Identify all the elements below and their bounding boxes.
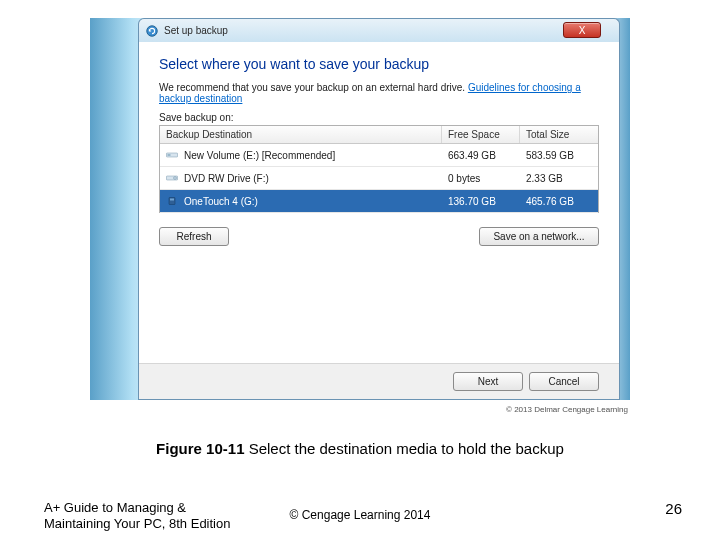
- row-name: OneTouch 4 (G:): [184, 192, 442, 211]
- window-area: Set up backup X Select where you want to…: [90, 10, 630, 400]
- cancel-button[interactable]: Cancel: [529, 372, 599, 391]
- row-total: 465.76 GB: [520, 192, 598, 211]
- figure-number: Figure 10-11: [156, 440, 244, 457]
- svg-rect-6: [170, 199, 174, 201]
- external-drive-icon: [160, 190, 184, 212]
- dialog-heading: Select where you want to save your backu…: [159, 56, 599, 72]
- button-row: Refresh Save on a network...: [159, 227, 599, 246]
- footer-buttons: Next Cancel: [453, 372, 599, 391]
- row-free: 0 bytes: [442, 169, 520, 188]
- dialog-body: Select where you want to save your backu…: [138, 42, 620, 400]
- row-total: 2.33 GB: [520, 169, 598, 188]
- table-header: Backup Destination Free Space Total Size: [160, 126, 598, 144]
- slide-copyright: © Cengage Learning 2014: [0, 508, 720, 522]
- col-destination[interactable]: Backup Destination: [160, 126, 442, 143]
- backup-icon: [145, 24, 159, 38]
- row-name: DVD RW Drive (F:): [184, 169, 442, 188]
- figure-caption: Figure 10-11 Select the destination medi…: [0, 440, 720, 457]
- svg-point-0: [147, 25, 158, 36]
- destination-table: Backup Destination Free Space Total Size…: [159, 125, 599, 213]
- save-on-label: Save backup on:: [159, 112, 599, 123]
- recommend-text: We recommend that you save your backup o…: [159, 82, 599, 104]
- close-button[interactable]: X: [563, 22, 601, 38]
- col-total-size[interactable]: Total Size: [520, 126, 598, 143]
- titlebar: Set up backup X: [138, 18, 620, 42]
- dvd-icon: [160, 167, 184, 189]
- table-row[interactable]: OneTouch 4 (G:) 136.70 GB 465.76 GB: [160, 190, 598, 213]
- row-free: 663.49 GB: [442, 146, 520, 165]
- row-name: New Volume (E:) [Recommended]: [184, 146, 442, 165]
- recommend-pre: We recommend that you save your backup o…: [159, 82, 468, 93]
- col-free-space[interactable]: Free Space: [442, 126, 520, 143]
- next-button[interactable]: Next: [453, 372, 523, 391]
- page-number: 26: [665, 500, 682, 517]
- hdd-icon: [160, 144, 184, 166]
- image-credit: © 2013 Delmar Cengage Learning: [506, 405, 628, 414]
- table-row[interactable]: DVD RW Drive (F:) 0 bytes 2.33 GB: [160, 167, 598, 190]
- figure-text: Select the destination media to hold the…: [244, 440, 563, 457]
- window-title: Set up backup: [164, 25, 228, 36]
- save-network-button[interactable]: Save on a network...: [479, 227, 599, 246]
- row-total: 583.59 GB: [520, 146, 598, 165]
- row-free: 136.70 GB: [442, 192, 520, 211]
- svg-point-4: [174, 177, 177, 180]
- svg-rect-2: [168, 154, 171, 156]
- refresh-button[interactable]: Refresh: [159, 227, 229, 246]
- close-icon: X: [579, 25, 586, 36]
- table-row[interactable]: New Volume (E:) [Recommended] 663.49 GB …: [160, 144, 598, 167]
